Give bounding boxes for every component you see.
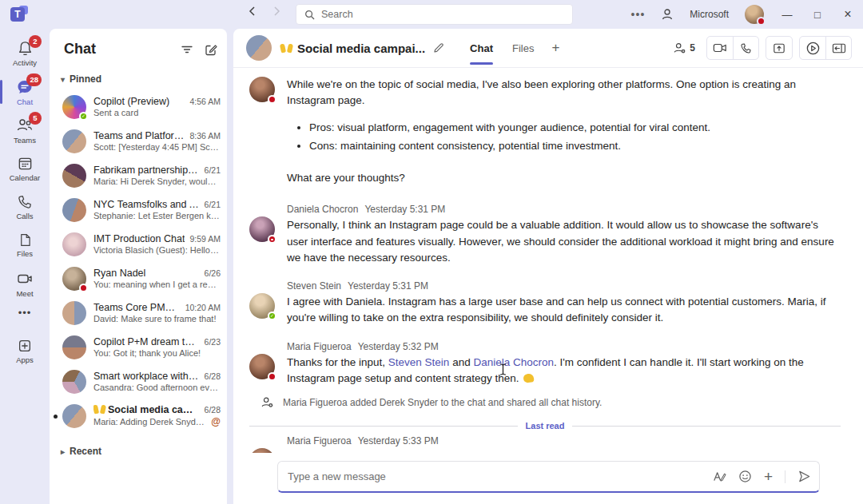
hands-emoji-icon xyxy=(280,44,292,53)
system-message-text: Maria Figueroa added Derek Snyder to the… xyxy=(283,397,602,408)
rail-item-calendar[interactable]: Calendar xyxy=(0,150,50,187)
open-side-pane-icon[interactable] xyxy=(825,37,851,59)
search-input[interactable] xyxy=(321,9,564,20)
system-message: Maria Figueroa added Derek Snyder to the… xyxy=(260,396,841,408)
emoji-icon[interactable] xyxy=(738,470,752,483)
chat-row-copilot[interactable]: ✓ Copilot (Preview)4:56 AM Sent a card xyxy=(50,89,227,124)
chat-row-preview: Maria: Hi Derek Snyder, would you... xyxy=(93,177,221,186)
chat-row-teams-core-pmm[interactable]: Teams Core PMM te...10:20 AM David: Make… xyxy=(50,296,227,330)
message-input[interactable] xyxy=(288,470,713,482)
avatar: ✓ xyxy=(62,95,86,119)
chevron-right-icon: ▸ xyxy=(61,447,65,456)
rail-item-files[interactable]: Files xyxy=(0,227,50,264)
chat-row-social-media-campaign[interactable]: Social media camp... 6/28 Maria: Adding … xyxy=(50,399,227,433)
chat-row-preview: Maria: Adding Derek Snyder t... xyxy=(93,417,208,427)
rail-label-activity: Activity xyxy=(13,58,37,67)
message-author: Steven Stein xyxy=(287,280,341,292)
compose-box[interactable]: + xyxy=(277,461,820,493)
activity-badge: 2 xyxy=(29,35,42,48)
message-steven: ✓ Steven SteinYesterday 5:31 PM I agree … xyxy=(249,280,841,327)
rail-item-calls[interactable]: Calls xyxy=(0,189,50,225)
chat-row-preview: Victoria Blasich (Guest): Hello team... xyxy=(93,245,221,255)
avatar xyxy=(62,404,86,428)
tab-files[interactable]: Files xyxy=(504,29,542,68)
rail-label-chat: Chat xyxy=(17,97,33,106)
pinned-section-header[interactable]: ▾ Pinned xyxy=(50,65,227,89)
close-button[interactable]: × xyxy=(841,7,855,22)
profile-avatar[interactable] xyxy=(745,5,764,24)
mention-link[interactable]: Steven Stein xyxy=(388,356,450,368)
available-status-icon: ✓ xyxy=(268,312,276,320)
send-icon[interactable] xyxy=(797,470,811,483)
add-tab-button[interactable]: + xyxy=(545,40,566,56)
dnd-status-icon xyxy=(268,235,276,244)
chat-row-time: 9:59 AM xyxy=(189,234,221,244)
rail-label-calendar: Calendar xyxy=(10,173,41,182)
chat-row-title: Copilot (Preview) xyxy=(93,96,185,107)
chat-row-time: 6/21 xyxy=(205,200,221,209)
back-icon[interactable] xyxy=(248,6,257,16)
message-text: While we're on the topic of social media… xyxy=(287,77,841,109)
chat-row-time: 10:20 AM xyxy=(185,303,221,312)
available-status-icon: ✓ xyxy=(79,112,88,121)
account-icon[interactable] xyxy=(661,8,674,21)
rail-label-meet: Meet xyxy=(16,289,33,298)
chat-row-teams-platform[interactable]: Teams and Platform ...8:36 AM Scott: [Ye… xyxy=(50,124,227,158)
chat-list-panel: Chat ▾ Pinned ✓ Copilot (Preview)4:56 AM… xyxy=(50,29,227,504)
video-call-icon[interactable] xyxy=(707,37,733,59)
avatar xyxy=(62,164,86,188)
chat-row-smart-workplace[interactable]: Smart workplace with Te...6/28 Casandra:… xyxy=(50,364,227,399)
audio-call-icon[interactable] xyxy=(733,37,758,59)
chat-row-preview: David: Make sure to frame that! xyxy=(93,314,221,323)
format-icon[interactable] xyxy=(713,470,726,482)
avatar xyxy=(62,267,86,291)
rail-more-icon[interactable]: ••• xyxy=(0,304,50,321)
mention-badge: @ xyxy=(211,416,221,427)
chat-row-time: 6/23 xyxy=(205,337,221,347)
search-bar[interactable] xyxy=(296,4,573,25)
message-list[interactable]: While we're on the topic of social media… xyxy=(233,69,858,453)
chat-row-title: IMT Production Chat xyxy=(93,233,185,244)
mention-link[interactable]: Daniela Chocron xyxy=(473,356,554,368)
rail-label-files: Files xyxy=(17,249,33,258)
rail-label-apps: Apps xyxy=(16,355,34,364)
chat-row-preview: You: meaning when I get a respons... xyxy=(93,280,221,289)
forward-icon[interactable] xyxy=(272,6,281,16)
rename-chat-icon[interactable] xyxy=(433,42,444,54)
titlebar-more-icon[interactable]: ••• xyxy=(631,8,646,21)
search-icon xyxy=(304,10,315,20)
minimize-button[interactable]: — xyxy=(780,9,794,21)
chat-panel-title: Chat xyxy=(64,41,169,58)
attach-plus-icon[interactable]: + xyxy=(764,469,773,484)
busy-status-icon xyxy=(268,372,276,381)
chat-row-time: 6/28 xyxy=(205,405,221,415)
group-avatar[interactable] xyxy=(246,35,272,61)
chat-row-nyc[interactable]: NYC Teamsfolks and Alli...6/21 Stephanie… xyxy=(50,192,227,227)
chat-row-title: Smart workplace with Te... xyxy=(93,371,200,382)
maximize-button[interactable]: □ xyxy=(810,9,825,21)
rail-item-activity[interactable]: 2 Activity xyxy=(0,35,50,72)
rail-item-meet[interactable]: Meet xyxy=(0,265,50,302)
chat-row-imt[interactable]: IMT Production Chat9:59 AM Victoria Blas… xyxy=(50,227,227,261)
chat-row-fabrikam[interactable]: Fabrikam partnership co...6/21 Maria: Hi… xyxy=(50,158,227,192)
chat-row-copilot-dream-team[interactable]: Copilot P+M dream team6/23 You: Got it; … xyxy=(50,330,227,364)
chat-row-ryan-nadel[interactable]: Ryan Nadel6/26 You: meaning when I get a… xyxy=(50,261,227,296)
rail-item-apps[interactable]: Apps xyxy=(0,332,50,369)
filter-icon[interactable] xyxy=(181,43,193,56)
tab-chat[interactable]: Chat xyxy=(462,29,501,68)
meet-now-icon[interactable] xyxy=(800,37,825,59)
chat-row-title: Copilot P+M dream team xyxy=(93,336,200,347)
roster-button[interactable]: 5 xyxy=(673,42,695,54)
rail-item-teams[interactable]: 5 Teams xyxy=(0,112,50,149)
chat-row-time: 4:56 AM xyxy=(189,97,221,106)
message-author: Maria Figueroa xyxy=(287,341,352,352)
conversation-pane: Social media campai... Chat Files + 5 xyxy=(233,29,863,504)
chat-row-preview: Stephanie: Let Ester Bergen know ... xyxy=(93,211,221,220)
recent-section-header[interactable]: ▸ Recent xyxy=(50,438,227,462)
busy-status-icon xyxy=(757,17,766,26)
self-mention[interactable]: Derek Snyder xyxy=(324,450,393,453)
chat-row-preview: Scott: [Yesterday 4:45 PM] Scott W... xyxy=(93,142,221,152)
share-screen-icon[interactable] xyxy=(766,37,792,59)
new-chat-icon[interactable] xyxy=(205,43,217,56)
rail-item-chat[interactable]: 28 Chat xyxy=(0,73,50,110)
